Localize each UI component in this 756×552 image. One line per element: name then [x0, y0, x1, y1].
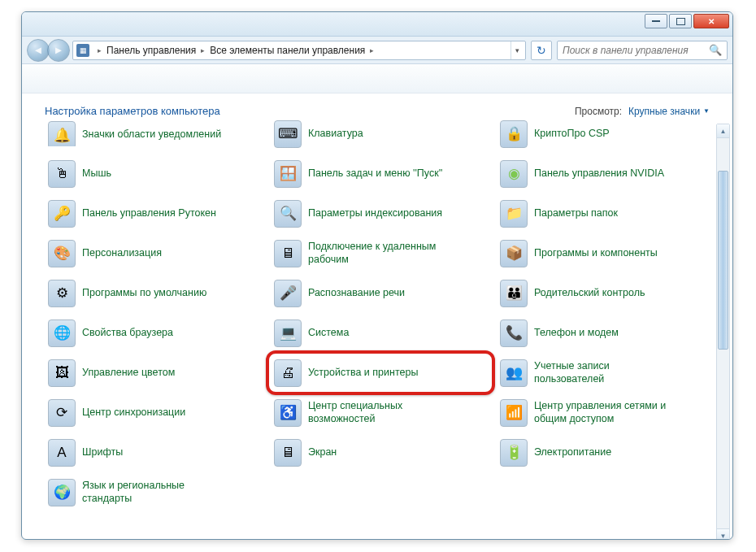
cp-item-system[interactable]: 💻Система	[271, 313, 489, 353]
address-dropdown[interactable]: ▾	[511, 41, 524, 59]
maximize-button[interactable]	[669, 14, 692, 28]
cp-item-speech[interactable]: 🎤Распознавание речи	[271, 273, 489, 313]
cp-item-label: Клавиатура	[308, 128, 363, 141]
nvidia-icon: ◉	[500, 160, 528, 188]
cp-item-label: Панель управления NVIDIA	[534, 167, 664, 180]
taskbar-icon: 🪟	[274, 160, 302, 188]
power-icon: 🔋	[500, 439, 528, 467]
browser-props-icon: 🌐	[48, 319, 76, 347]
cp-item-label: Подключение к удаленным рабочим	[308, 241, 450, 266]
titlebar	[22, 12, 732, 37]
scroll-thumb[interactable]	[718, 171, 728, 350]
cp-item-label: Панель управления Рутокен	[82, 207, 216, 220]
color-mgmt-icon: 🖼	[48, 359, 76, 387]
back-button[interactable]: ◄	[27, 39, 50, 62]
cp-item-power[interactable]: 🔋Электропитание	[497, 432, 715, 472]
mouse-icon: 🖱	[48, 160, 76, 188]
breadcrumb-root[interactable]: Панель управления	[105, 45, 198, 56]
cp-item-label: Система	[308, 327, 349, 340]
display-icon: 🖥	[274, 439, 302, 467]
cp-item-label: Параметры индексирования	[308, 207, 442, 220]
users-icon: 👥	[500, 359, 528, 387]
cp-item-keyboard[interactable]: ⌨Клавиатура	[271, 120, 489, 154]
cp-item-cryptopro[interactable]: 🔒КриптоПро CSP	[497, 120, 715, 154]
forward-button[interactable]: ►	[47, 39, 70, 62]
parental-icon: 👪	[500, 280, 528, 307]
breadcrumb-all-items[interactable]: Все элементы панели управления	[208, 45, 367, 56]
chevron-down-icon: ▼	[703, 107, 710, 115]
cp-item-label: Параметры папок	[534, 207, 618, 220]
cp-item-sync-center[interactable]: ⟳Центр синхронизации	[45, 393, 263, 432]
personalization-icon: 🎨	[48, 240, 76, 267]
region-icon: 🌍	[48, 479, 76, 506]
cp-item-label: Учетные записи пользователей	[534, 360, 676, 385]
view-select[interactable]: Крупные значки ▼	[628, 106, 710, 117]
cp-item-label: Мышь	[82, 167, 111, 180]
cp-item-devices[interactable]: 🖨Устройства и принтеры	[271, 353, 489, 393]
cp-item-ease-access[interactable]: ♿Центр специальных возможностей	[271, 393, 489, 432]
cp-item-rutoken[interactable]: 🔑Панель управления Рутокен	[45, 193, 263, 233]
cp-item-label: Электропитание	[534, 446, 611, 459]
search-icon: 🔍	[709, 44, 722, 56]
devices-icon: 🖨	[274, 359, 302, 387]
cp-item-label: Центр специальных возможностей	[308, 400, 450, 425]
cp-item-notify-icons[interactable]: 🔔Значки области уведомлений	[45, 120, 263, 146]
cp-item-region[interactable]: 🌍Язык и региональные стандарты	[45, 472, 263, 512]
cp-item-label: Экран	[308, 446, 337, 459]
keyboard-icon: ⌨	[274, 120, 302, 148]
refresh-button[interactable]: ↻	[531, 41, 552, 60]
items-grid: 🔔Значки области уведомлений⌨Клавиатура🔒К…	[45, 120, 715, 512]
cp-item-parental[interactable]: 👪Родительский контроль	[497, 273, 715, 313]
cp-item-label: Свойства браузера	[82, 327, 173, 340]
cp-item-nvidia[interactable]: ◉Панель управления NVIDIA	[497, 154, 715, 193]
cp-item-personalization[interactable]: 🎨Персонализация	[45, 233, 263, 273]
cp-item-programs[interactable]: 📦Программы и компоненты	[497, 233, 715, 273]
cp-item-label: Телефон и модем	[534, 327, 619, 340]
cp-item-network[interactable]: 📶Центр управления сетями и общим доступо…	[497, 393, 715, 432]
cp-item-label: Родительский контроль	[534, 287, 645, 300]
cp-item-label: Шрифты	[82, 446, 123, 459]
cp-item-display[interactable]: 🖥Экран	[271, 432, 489, 472]
cp-item-mouse[interactable]: 🖱Мышь	[45, 154, 263, 193]
cp-item-color-mgmt[interactable]: 🖼Управление цветом	[45, 353, 263, 393]
heading-row: Настройка параметров компьютера Просмотр…	[22, 93, 732, 120]
cryptopro-icon: 🔒	[500, 120, 528, 148]
sync-center-icon: ⟳	[48, 399, 76, 427]
close-button[interactable]	[693, 14, 729, 28]
speech-icon: 🎤	[274, 280, 302, 307]
notify-icons-icon: 🔔	[48, 121, 76, 146]
cp-item-folder-opts[interactable]: 📁Параметры папок	[497, 193, 715, 233]
navigation-bar: ◄ ► ▦ ▸ Панель управления ▸ Все элементы…	[22, 37, 732, 64]
cp-item-indexing[interactable]: 🔍Параметры индексирования	[271, 193, 489, 233]
view-label: Просмотр:	[575, 106, 622, 117]
cp-item-label: Управление цветом	[82, 367, 175, 380]
page-title: Настройка параметров компьютера	[45, 105, 575, 117]
scroll-down-button[interactable]: ▼	[717, 528, 729, 540]
cp-item-fonts[interactable]: AШрифты	[45, 432, 263, 472]
chevron-right-icon: ▸	[367, 46, 377, 54]
indexing-icon: 🔍	[274, 200, 302, 228]
search-box[interactable]: 🔍	[557, 41, 728, 60]
scroll-track[interactable]	[717, 138, 729, 528]
view-value: Крупные значки	[628, 106, 700, 117]
content-area: 🔔Значки области уведомлений⌨Клавиатура🔒К…	[22, 120, 732, 540]
phone-icon: 📞	[500, 319, 528, 347]
remote-icon: 🖥	[274, 240, 302, 267]
chevron-right-icon: ▸	[198, 46, 208, 54]
address-bar[interactable]: ▦ ▸ Панель управления ▸ Все элементы пан…	[72, 41, 526, 60]
cp-item-users[interactable]: 👥Учетные записи пользователей	[497, 353, 715, 393]
cp-item-phone[interactable]: 📞Телефон и модем	[497, 313, 715, 353]
cp-item-label: Язык и региональные стандарты	[82, 480, 224, 505]
fonts-icon: A	[48, 439, 76, 467]
cp-item-taskbar[interactable]: 🪟Панель задач и меню ''Пуск''	[271, 154, 489, 193]
cp-item-browser-props[interactable]: 🌐Свойства браузера	[45, 313, 263, 353]
search-input[interactable]	[563, 45, 709, 56]
cp-item-label: Распознавание речи	[308, 287, 405, 300]
scrollbar[interactable]: ▲ ▼	[716, 124, 730, 540]
minimize-button[interactable]	[645, 14, 667, 28]
cp-item-remote[interactable]: 🖥Подключение к удаленным рабочим	[271, 233, 489, 273]
cp-item-label: Персонализация	[82, 247, 162, 260]
cp-item-label: КриптоПро CSP	[534, 128, 610, 141]
scroll-up-button[interactable]: ▲	[717, 124, 729, 138]
cp-item-default-programs[interactable]: ⚙Программы по умолчанию	[45, 273, 263, 313]
